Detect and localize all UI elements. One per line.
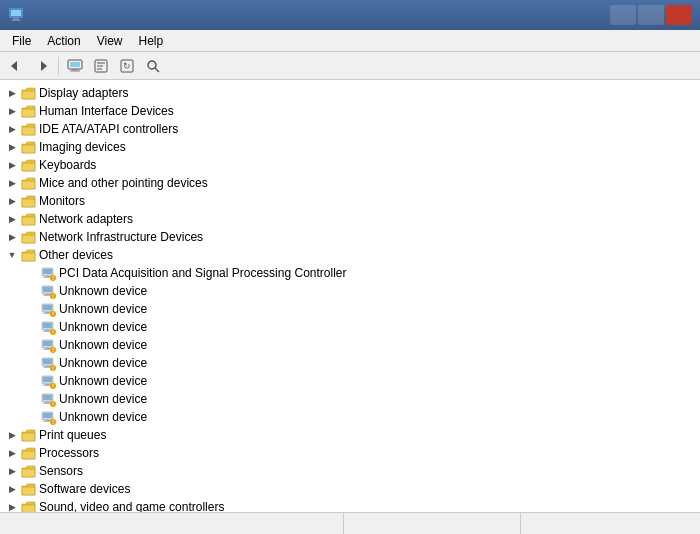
tree-item[interactable]: ! Unknown device	[0, 300, 700, 318]
computer-button[interactable]	[63, 55, 87, 77]
svg-rect-56	[45, 384, 50, 385]
device-icon	[20, 103, 36, 119]
forward-button[interactable]	[30, 55, 54, 77]
tree-item[interactable]: ▶ Sensors	[0, 462, 700, 480]
minimize-button[interactable]	[610, 5, 636, 25]
status-segment-1	[4, 513, 344, 534]
device-label: Unknown device	[59, 284, 147, 298]
expand-btn[interactable]: ▶	[4, 427, 20, 443]
device-icon	[20, 445, 36, 461]
device-label: Processors	[39, 446, 99, 460]
tree-item[interactable]: ! Unknown device	[0, 336, 700, 354]
properties-button[interactable]	[89, 55, 113, 77]
svg-rect-68	[45, 420, 50, 421]
device-icon: !	[40, 391, 56, 407]
tree-item[interactable]: ▶ Print queues	[0, 426, 700, 444]
device-icon: !	[40, 283, 56, 299]
update-button[interactable]: ↻	[115, 55, 139, 77]
scan-button[interactable]	[141, 55, 165, 77]
maximize-button[interactable]	[638, 5, 664, 25]
expand-btn[interactable]: ▶	[4, 175, 20, 191]
device-icon: !	[40, 355, 56, 371]
expand-btn[interactable]: ▶	[4, 103, 20, 119]
tree-item[interactable]: ▶ Sound, video and game controllers	[0, 498, 700, 512]
back-button[interactable]	[4, 55, 28, 77]
tree-item[interactable]: ! Unknown device	[0, 354, 700, 372]
device-icon	[20, 175, 36, 191]
device-label: Sensors	[39, 464, 83, 478]
tree-item[interactable]: ▶ Keyboards	[0, 156, 700, 174]
expand-btn[interactable]: ▶	[4, 139, 20, 155]
svg-rect-7	[70, 62, 80, 67]
svg-rect-67	[43, 413, 52, 418]
tree-item[interactable]: ▶ IDE ATA/ATAPI controllers	[0, 120, 700, 138]
svg-line-17	[155, 68, 159, 72]
expand-btn[interactable]: ▶	[4, 211, 20, 227]
device-icon	[20, 193, 36, 209]
tree-item[interactable]: ▶ Network adapters	[0, 210, 700, 228]
device-tree[interactable]: ▶ Display adapters ▶ Human Interface Dev…	[0, 80, 700, 512]
device-icon	[20, 427, 36, 443]
close-button[interactable]	[666, 5, 692, 25]
device-label: Unknown device	[59, 410, 147, 424]
properties-icon	[93, 58, 109, 74]
device-icon	[20, 121, 36, 137]
tree-item[interactable]: ▶ Mice and other pointing devices	[0, 174, 700, 192]
tree-item[interactable]: ▶ Display adapters	[0, 84, 700, 102]
window-controls	[610, 5, 692, 25]
svg-marker-4	[11, 61, 17, 71]
tree-item[interactable]: ! PCI Data Acquisition and Signal Proces…	[0, 264, 700, 282]
svg-rect-19	[43, 269, 52, 274]
expand-btn[interactable]: ▶	[4, 445, 20, 461]
tree-item[interactable]: ▶ Imaging devices	[0, 138, 700, 156]
device-label: Monitors	[39, 194, 85, 208]
tree-item[interactable]: ▶ Software devices	[0, 480, 700, 498]
device-icon	[20, 157, 36, 173]
expand-btn[interactable]: ▶	[4, 229, 20, 245]
device-label: Other devices	[39, 248, 113, 262]
collapse-btn[interactable]: ▼	[4, 247, 20, 263]
svg-rect-49	[43, 359, 52, 364]
tree-item[interactable]: ▶ Network Infrastructure Devices	[0, 228, 700, 246]
device-icon: !	[40, 409, 56, 425]
svg-rect-50	[45, 366, 50, 367]
device-label: Print queues	[39, 428, 106, 442]
svg-rect-20	[45, 276, 50, 277]
menu-action[interactable]: Action	[39, 32, 88, 50]
expand-btn[interactable]: ▶	[4, 193, 20, 209]
device-icon	[20, 463, 36, 479]
device-icon: !	[40, 265, 56, 281]
status-segment-2	[344, 513, 521, 534]
tree-item[interactable]: ! Unknown device	[0, 408, 700, 426]
device-icon	[20, 229, 36, 245]
device-icon: !	[40, 373, 56, 389]
svg-rect-38	[45, 330, 50, 331]
toolbar: ↻	[0, 52, 700, 80]
expand-btn[interactable]: ▶	[4, 499, 20, 512]
tree-item[interactable]: ! Unknown device	[0, 318, 700, 336]
svg-rect-31	[43, 305, 52, 310]
expand-btn[interactable]: ▶	[4, 85, 20, 101]
device-label: Unknown device	[59, 374, 147, 388]
svg-rect-26	[45, 294, 50, 295]
tree-item[interactable]: ! Unknown device	[0, 390, 700, 408]
tree-item[interactable]: ▶ Processors	[0, 444, 700, 462]
status-bar	[0, 512, 700, 534]
tree-item[interactable]: ▼ Other devices	[0, 246, 700, 264]
svg-rect-61	[43, 395, 52, 400]
device-label: PCI Data Acquisition and Signal Processi…	[59, 266, 346, 280]
status-segment-3	[521, 513, 697, 534]
svg-rect-55	[43, 377, 52, 382]
tree-item[interactable]: ! Unknown device	[0, 282, 700, 300]
expand-btn[interactable]: ▶	[4, 463, 20, 479]
menu-view[interactable]: View	[89, 32, 131, 50]
device-label: Unknown device	[59, 320, 147, 334]
expand-btn[interactable]: ▶	[4, 121, 20, 137]
expand-btn[interactable]: ▶	[4, 157, 20, 173]
tree-item[interactable]: ! Unknown device	[0, 372, 700, 390]
tree-item[interactable]: ▶ Monitors	[0, 192, 700, 210]
menu-file[interactable]: File	[4, 32, 39, 50]
menu-help[interactable]: Help	[131, 32, 172, 50]
expand-btn[interactable]: ▶	[4, 481, 20, 497]
tree-item[interactable]: ▶ Human Interface Devices	[0, 102, 700, 120]
